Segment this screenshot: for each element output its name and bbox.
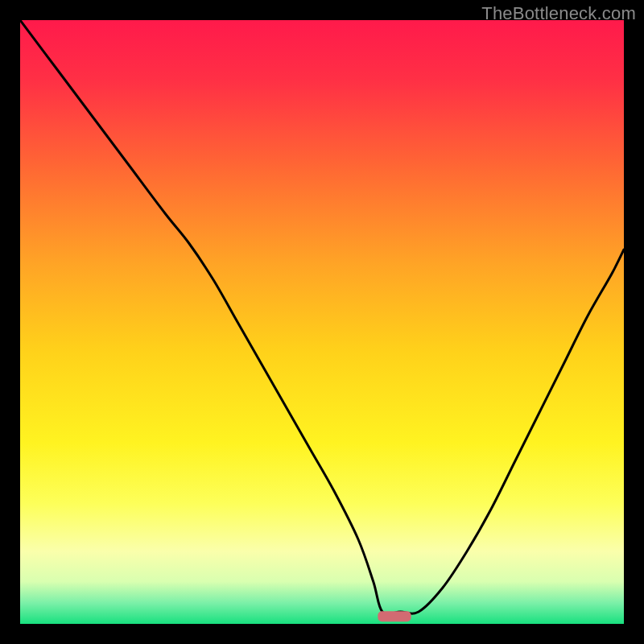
chart-frame: TheBottleneck.com: [0, 0, 644, 644]
optimal-marker: [378, 611, 411, 621]
plot-area: [20, 20, 624, 624]
gradient-background: [20, 20, 624, 624]
chart-svg: [20, 20, 624, 624]
